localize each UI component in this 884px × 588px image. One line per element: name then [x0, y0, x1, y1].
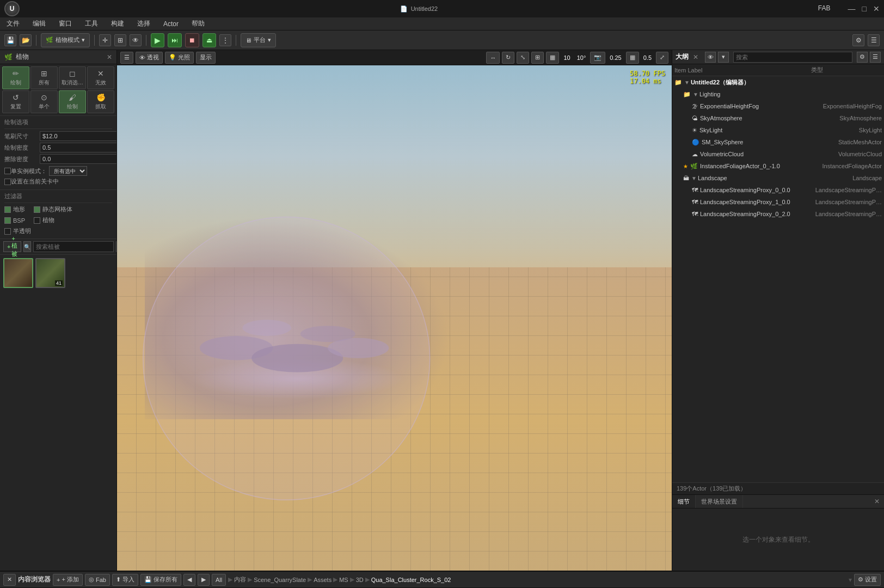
- transparent-checkbox[interactable]: [4, 228, 11, 235]
- skip-forward-button[interactable]: ⏭: [168, 33, 182, 47]
- toolbar-open-icon[interactable]: 📂: [20, 34, 32, 46]
- toolbar-save-icon[interactable]: 💾: [4, 34, 16, 46]
- tree-vol-cloud[interactable]: ☁ VolumetricCloud VolumetricCloud: [672, 148, 884, 160]
- fab-label[interactable]: FAB: [818, 4, 831, 13]
- toolbar-more-icon[interactable]: ⋮: [219, 34, 231, 46]
- menu-help[interactable]: 帮助: [189, 18, 207, 29]
- foliage-search-input[interactable]: [33, 241, 114, 252]
- menu-select[interactable]: 选择: [135, 18, 152, 29]
- maximize-button[interactable]: □: [862, 4, 867, 13]
- outliner-filter-icon[interactable]: ▾: [718, 52, 729, 63]
- eject-button[interactable]: ⏏: [202, 33, 216, 47]
- vp-rotate-btn[interactable]: ↻: [502, 52, 514, 64]
- tool-reset[interactable]: ↺ 复置: [2, 90, 29, 113]
- foliage-thumb-0[interactable]: [3, 258, 33, 288]
- vp-grid-btn[interactable]: ▦: [546, 52, 559, 64]
- tool-brush[interactable]: 🖌 绘制: [59, 90, 86, 113]
- foliage-search-icon-btn[interactable]: 🔍: [23, 241, 31, 252]
- tool-invalid[interactable]: ✕ 无效: [87, 66, 114, 89]
- tool-deselect[interactable]: ◻ 取消选…: [59, 66, 86, 89]
- outliner-config-icon[interactable]: ☰: [870, 52, 881, 63]
- vp-perspective-btn[interactable]: 👁 透视: [136, 52, 163, 64]
- set-frame-checkbox[interactable]: [4, 179, 11, 185]
- tree-ls-proxy-1[interactable]: 🗺 LandscapeStreamingProxy_1_0.0 Landscap…: [672, 196, 884, 208]
- tree-ls-proxy-0[interactable]: 🗺 LandscapeStreamingProxy_0_0.0 Landscap…: [672, 184, 884, 196]
- vp-scale-btn[interactable]: ⤡: [517, 52, 529, 64]
- tool-paint[interactable]: ✏ 绘制: [2, 66, 29, 89]
- cb-nav-back[interactable]: ◀: [183, 574, 195, 586]
- vp-camera-btn[interactable]: 📷: [590, 52, 605, 64]
- path-3d[interactable]: 3D: [356, 577, 364, 583]
- single-mode-select[interactable]: 所有选中: [49, 166, 87, 176]
- path-cluster[interactable]: Qua_Sla_Cluster_Rock_S_02: [371, 577, 451, 583]
- cb-fab-btn[interactable]: ◎ Fab: [85, 574, 110, 586]
- vp-menu-btn[interactable]: ☰: [120, 52, 133, 64]
- play-button[interactable]: ▶: [151, 33, 164, 47]
- tree-root[interactable]: 📁 ▼ Untitled22（编辑器）: [672, 76, 884, 88]
- cb-nav-forward[interactable]: ▶: [198, 574, 210, 586]
- foliage-checkbox[interactable]: [34, 217, 40, 224]
- cb-all-btn[interactable]: All: [212, 574, 226, 586]
- tree-foliage-actor[interactable]: ★ 🌿 InstancedFoliageActor_0_-1.0 Instanc…: [672, 160, 884, 172]
- add-foliage-button[interactable]: + + 植被: [3, 241, 21, 252]
- viewport-canvas[interactable]: 58.70 FPS 17.04 ms: [117, 65, 672, 571]
- brush-size-input[interactable]: [40, 131, 117, 141]
- outliner-search-input[interactable]: [733, 52, 852, 63]
- terrain-checkbox[interactable]: [4, 206, 11, 213]
- tree-exp-fog[interactable]: 🌫 ExponentialHeightFog ExponentialHeight…: [672, 100, 884, 112]
- close-button[interactable]: ✕: [873, 4, 880, 13]
- toolbar-mode-dropdown[interactable]: 🌿 植物模式 ▾: [41, 33, 90, 47]
- tree-lighting[interactable]: 📁 ▼ Lighting: [672, 88, 884, 100]
- paint-density-input[interactable]: [40, 143, 117, 152]
- tool-grab[interactable]: ✊ 抓取: [87, 90, 114, 113]
- menu-window[interactable]: 窗口: [57, 18, 74, 29]
- menu-file[interactable]: 文件: [4, 18, 22, 29]
- erase-density-input[interactable]: [40, 154, 117, 164]
- menu-tools[interactable]: 工具: [83, 18, 100, 29]
- path-content[interactable]: 内容: [234, 575, 246, 584]
- stop-button[interactable]: ⏹: [185, 33, 199, 47]
- menu-edit[interactable]: 编辑: [30, 18, 48, 29]
- platform-dropdown[interactable]: 🖥 平台 ▾: [241, 33, 276, 47]
- path-assets[interactable]: Assets: [314, 577, 331, 583]
- menu-build[interactable]: 构建: [109, 18, 126, 29]
- tab-world-settings[interactable]: 世界场景设置: [696, 495, 743, 508]
- cb-settings-btn[interactable]: ⚙ 设置: [854, 574, 881, 586]
- foliage-thumb-1[interactable]: 41: [35, 258, 65, 288]
- cb-add-btn[interactable]: + + 添加: [53, 574, 83, 586]
- details-close[interactable]: ✕: [870, 495, 884, 508]
- cb-import-btn[interactable]: ⬆ 导入: [112, 574, 138, 586]
- path-ms[interactable]: MS: [339, 577, 348, 583]
- outliner-settings-icon[interactable]: ⚙: [857, 52, 868, 63]
- outliner-eye-icon[interactable]: 👁: [705, 52, 716, 63]
- vp-coord-btn[interactable]: ⊞: [531, 52, 544, 64]
- toolbar-view-icon[interactable]: 👁: [130, 34, 142, 46]
- foliage-panel-close[interactable]: ✕: [107, 53, 112, 61]
- tree-ls-proxy-2[interactable]: 🗺 LandscapeStreamingProxy_0_2.0 Landscap…: [672, 208, 884, 220]
- menu-actor[interactable]: Actor: [161, 19, 181, 29]
- vp-translate-btn[interactable]: ↔: [486, 52, 500, 64]
- bsp-checkbox[interactable]: [4, 217, 11, 224]
- toolbar-settings-icon[interactable]: ⚙: [852, 34, 864, 46]
- toolbar-snap-icon[interactable]: ⊞: [114, 34, 126, 46]
- tree-sky-sphere[interactable]: 🔵 SM_SkySphere StaticMeshActor: [672, 136, 884, 148]
- single-mode-checkbox[interactable]: [4, 168, 11, 174]
- outliner-close[interactable]: ✕: [693, 53, 698, 61]
- path-scene[interactable]: Scene_QuarrySlate: [254, 577, 306, 583]
- toolbar-config-icon[interactable]: ☰: [868, 34, 880, 46]
- vp-grid2-btn[interactable]: ▦: [626, 52, 639, 64]
- minimize-button[interactable]: —: [848, 4, 856, 13]
- tool-all[interactable]: ⊞ 所有: [30, 66, 58, 89]
- tab-details[interactable]: 细节: [672, 495, 696, 508]
- tool-single[interactable]: ⊙ 单个: [30, 90, 58, 113]
- tree-skylight[interactable]: ☀ SkyLight SkyLight: [672, 124, 884, 136]
- tree-sky-atmo[interactable]: 🌤 SkyAtmosphere SkyAtmosphere: [672, 112, 884, 124]
- mesh-checkbox[interactable]: [34, 206, 40, 213]
- vp-lighting-btn[interactable]: 💡 光照: [165, 52, 194, 64]
- cb-saveall-btn[interactable]: 💾 保存所有: [140, 574, 181, 586]
- cb-close-btn[interactable]: ✕: [3, 574, 16, 586]
- vp-maximize-btn[interactable]: ⤢: [656, 52, 668, 64]
- vp-show-btn[interactable]: 显示: [196, 52, 216, 64]
- toolbar-transform-icon[interactable]: ✛: [99, 34, 111, 46]
- tree-landscape[interactable]: 🏔 ▼ Landscape Landscape: [672, 172, 884, 184]
